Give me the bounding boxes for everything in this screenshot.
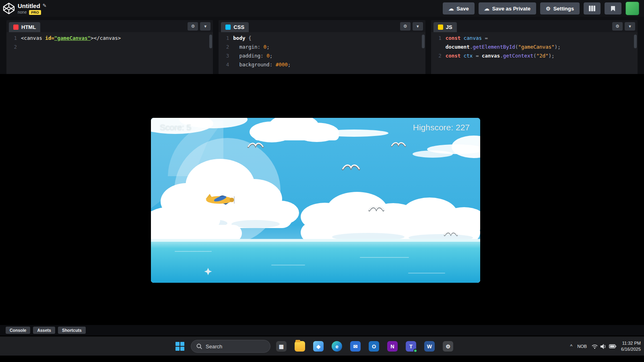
code-lines: const canvas =document.getElementById("g… <box>446 34 638 74</box>
css-lang-icon <box>225 25 231 30</box>
taskbar-apps: ▦◆e✉ONTW⚙ <box>274 338 456 354</box>
file-explorer-icon[interactable] <box>292 338 308 354</box>
scrollbar-thumb[interactable] <box>209 35 212 48</box>
outlook-icon[interactable]: O <box>366 338 382 354</box>
codepen-logo[interactable] <box>0 0 18 17</box>
save-as-private-button[interactable]: ☁ Save as Private <box>479 2 536 14</box>
word-icon[interactable]: W <box>422 338 437 354</box>
onenote-icon[interactable]: N <box>385 338 400 354</box>
console-tab-console[interactable]: Console <box>6 327 30 334</box>
gear-icon: ⚙ <box>546 6 551 12</box>
collection-button[interactable] <box>605 2 621 14</box>
save-button[interactable]: ☁ Save <box>443 2 474 14</box>
scrollbar-thumb[interactable] <box>634 35 637 48</box>
js-code-editor[interactable]: 1 2 const canvas =document.getElementByI… <box>431 32 638 74</box>
js-chevron-down-icon[interactable]: ▾ <box>625 22 635 31</box>
layout-button[interactable] <box>584 2 601 14</box>
html-editor-header: HTML ⚙ ▾ <box>6 20 213 32</box>
tab-html[interactable]: HTML <box>9 22 40 32</box>
cloud-icon: ☁ <box>448 6 454 12</box>
tray-time: 11:32 PM <box>621 340 641 346</box>
css-code-editor[interactable]: 1234 body { margin: 0; padding: 0; backg… <box>219 32 425 74</box>
html-chevron-down-icon[interactable]: ▾ <box>200 22 211 31</box>
avatar[interactable] <box>625 2 639 15</box>
highscore-text: Highscore: 227 <box>413 123 470 132</box>
game-canvas[interactable]: Score: 5 Highscore: 227 <box>151 118 480 283</box>
mail-icon[interactable]: ✉ <box>348 338 363 354</box>
pro-badge: PRO <box>29 10 41 15</box>
css-settings-gear-icon[interactable]: ⚙ <box>400 22 411 31</box>
result-preview: Score: 5 Highscore: 227 <box>0 77 644 325</box>
js-settings-gear-icon[interactable]: ⚙ <box>612 22 623 31</box>
clock[interactable]: 11:32 PM 6/16/2025 <box>621 340 641 352</box>
teams-icon[interactable]: T <box>403 338 419 354</box>
code-lines: body { margin: 0; padding: 0; background… <box>233 34 425 74</box>
css-editor-panel: CSS ⚙ ▾ 1234 body { margin: 0; padding: … <box>219 20 425 74</box>
css-chevron-down-icon[interactable]: ▾ <box>413 22 423 31</box>
photos-icon[interactable]: ◆ <box>311 338 326 354</box>
start-button[interactable] <box>172 338 188 354</box>
volume-icon <box>601 344 606 349</box>
pen-title[interactable]: Untitled <box>18 2 40 9</box>
taskbar-search[interactable]: Search <box>191 340 270 353</box>
hidden-icons-chevron-icon[interactable]: ^ <box>570 343 573 349</box>
line-numbers: 1234 <box>219 34 233 74</box>
taskbar-center: Search ▦◆e✉ONTW⚙ <box>172 337 456 356</box>
scrollbar-thumb[interactable] <box>422 35 425 48</box>
editor-row: HTML ⚙ ▾ 12 <canvas id="gameCanvas"></ca… <box>0 17 644 76</box>
score-text: Score: 5 <box>160 123 191 132</box>
edit-title-icon[interactable]: ✎ <box>43 3 47 8</box>
system-tray: ^ NOB 11:32 PM <box>570 337 641 356</box>
edge-icon[interactable]: e <box>329 338 345 354</box>
windows-taskbar: Search ▦◆e✉ONTW⚙ ^ NOB <box>0 336 644 356</box>
wifi-icon <box>592 344 598 349</box>
game-scene <box>151 118 480 283</box>
html-code-editor[interactable]: 12 <canvas id="gameCanvas"></canvas> <box>6 32 213 74</box>
layout-columns-icon <box>589 6 595 11</box>
js-editor-panel: JS ⚙ ▾ 1 2 const canvas =document.getEle… <box>431 20 638 74</box>
tray-status-icons[interactable] <box>592 344 616 349</box>
html-editor-panel: HTML ⚙ ▾ 12 <canvas id="gameCanvas"></ca… <box>6 20 213 74</box>
code-lines: <canvas id="gameCanvas"></canvas> <box>21 34 213 74</box>
language-indicator[interactable]: NOB <box>577 344 587 349</box>
battery-icon <box>609 344 616 348</box>
widgets-icon[interactable]: ▦ <box>274 338 289 354</box>
js-lang-icon <box>438 25 443 30</box>
line-numbers: 1 2 <box>431 34 446 74</box>
pen-title-block: Untitled ✎ none PRO <box>18 2 47 15</box>
line-numbers: 12 <box>6 34 21 74</box>
pen-meta: none <box>18 10 27 14</box>
css-editor-header: CSS ⚙ ▾ <box>219 20 425 32</box>
settings-icon[interactable]: ⚙ <box>440 338 456 354</box>
bookmark-icon <box>611 6 615 12</box>
top-header: Untitled ✎ none PRO ☁ Save ☁ Save as Pri… <box>0 0 644 17</box>
codepen-window: Untitled ✎ none PRO ☁ Save ☁ Save as Pri… <box>0 0 644 362</box>
search-icon <box>196 343 202 349</box>
sea <box>151 240 480 283</box>
tab-css[interactable]: CSS <box>221 22 249 32</box>
cloud-icon: ☁ <box>484 6 489 12</box>
settings-button[interactable]: ⚙ Settings <box>540 2 580 14</box>
search-label: Search <box>206 343 222 350</box>
console-bar: ConsoleAssetsShortcuts <box>0 325 644 335</box>
tray-date: 6/16/2025 <box>621 346 641 352</box>
js-editor-header: JS ⚙ ▾ <box>431 20 638 32</box>
tab-js[interactable]: JS <box>433 22 457 32</box>
header-actions: ☁ Save ☁ Save as Private ⚙ Settings <box>443 2 644 15</box>
html-settings-gear-icon[interactable]: ⚙ <box>188 22 198 31</box>
windows-logo-icon <box>175 342 184 351</box>
console-tab-assets[interactable]: Assets <box>33 327 55 334</box>
html-lang-icon <box>13 25 19 30</box>
console-tab-shortcuts[interactable]: Shortcuts <box>58 327 86 334</box>
